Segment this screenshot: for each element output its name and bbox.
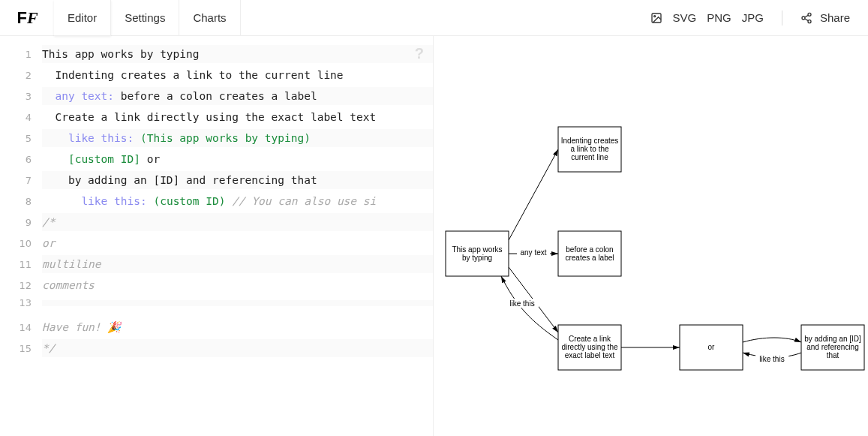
- line-number: 11: [0, 259, 42, 270]
- share-label: Share: [820, 11, 850, 24]
- line-number: 9: [0, 217, 42, 228]
- code-line[interactable]: 3 any text: before a colon creates a lab…: [0, 87, 433, 108]
- line-content[interactable]: /*: [42, 213, 433, 231]
- node-text: before a colon: [566, 245, 613, 254]
- tabs: EditorSettingsCharts: [54, 0, 241, 36]
- svg-line-6: [805, 15, 809, 17]
- line-number: 13: [0, 297, 42, 308]
- export-group: SVG PNG JPG: [650, 11, 764, 24]
- line-content[interactable]: comments: [42, 276, 433, 294]
- line-content[interactable]: like this: (custom ID) // You can also u…: [42, 192, 433, 210]
- divider: [782, 11, 782, 26]
- node-text: directly using the: [561, 343, 617, 351]
- image-icon: [650, 12, 662, 24]
- node-text: creates a label: [565, 254, 614, 262]
- svg-point-1: [653, 15, 655, 17]
- line-content[interactable]: */: [42, 339, 433, 357]
- node-text: Indenting creates: [561, 137, 619, 145]
- line-number: 7: [0, 175, 42, 186]
- node-text: and referencing: [806, 343, 859, 351]
- edge-label: any text: [520, 248, 546, 257]
- export-svg[interactable]: SVG: [673, 11, 697, 24]
- edge[interactable]: [509, 149, 558, 240]
- code-line[interactable]: 15*/: [0, 339, 433, 360]
- edge-label: like this: [509, 299, 534, 308]
- code-line[interactable]: 7 by adding an [ID] and referencing that: [0, 171, 433, 192]
- line-content[interactable]: Have fun! 🎉: [42, 318, 433, 337]
- tab-settings[interactable]: Settings: [111, 0, 179, 36]
- code-line[interactable]: 13: [0, 297, 433, 318]
- code-line[interactable]: 14Have fun! 🎉: [0, 318, 433, 339]
- line-content[interactable]: or: [42, 234, 433, 252]
- code-line[interactable]: 4 Create a link directly using the exact…: [0, 108, 433, 129]
- code-line[interactable]: 9/*: [0, 213, 433, 234]
- line-content[interactable]: [42, 300, 433, 306]
- code-line[interactable]: 1This app works by typing: [0, 45, 433, 66]
- code-line[interactable]: 10or: [0, 234, 433, 255]
- share-button[interactable]: Share: [800, 11, 850, 24]
- line-content[interactable]: like this: (This app works by typing): [42, 129, 433, 147]
- line-content[interactable]: by adding an [ID] and referencing that: [42, 171, 433, 189]
- svg-point-3: [802, 17, 805, 20]
- line-number: 1: [0, 49, 42, 60]
- edge[interactable]: [743, 338, 801, 342]
- line-content[interactable]: This app works by typing: [42, 45, 433, 63]
- tab-charts[interactable]: Charts: [179, 0, 240, 36]
- line-content[interactable]: multiline: [42, 255, 433, 273]
- node-text: This app works: [452, 245, 502, 254]
- line-number: 3: [0, 91, 42, 102]
- line-number: 5: [0, 133, 42, 144]
- line-number: 8: [0, 196, 42, 207]
- line-number: 12: [0, 280, 42, 291]
- svg-point-4: [808, 20, 811, 23]
- line-number: 6: [0, 154, 42, 165]
- diagram-canvas[interactable]: any textlike thislike thisThis app works…: [434, 36, 868, 436]
- export-png[interactable]: PNG: [707, 11, 731, 24]
- header: FF EditorSettingsCharts SVG PNG JPG Shar…: [0, 0, 868, 36]
- line-content[interactable]: Create a link directly using the exact l…: [42, 108, 433, 126]
- node-text: exact label text: [565, 351, 615, 359]
- node-text: a link to the: [570, 145, 609, 153]
- edge-label: like this: [759, 355, 784, 363]
- header-actions: SVG PNG JPG Share: [650, 11, 868, 26]
- node-text: that: [827, 351, 839, 359]
- code-line[interactable]: 12comments: [0, 276, 433, 297]
- line-content[interactable]: any text: before a colon creates a label: [42, 87, 433, 105]
- line-content[interactable]: [custom ID] or: [42, 150, 433, 168]
- main: ? 1This app works by typing2 Indenting c…: [0, 36, 868, 436]
- editor-pane[interactable]: ? 1This app works by typing2 Indenting c…: [0, 36, 434, 436]
- svg-point-2: [808, 13, 811, 16]
- line-number: 10: [0, 238, 42, 249]
- line-number: 14: [0, 322, 42, 333]
- logo-f2: F: [27, 8, 38, 28]
- share-icon: [800, 12, 812, 24]
- line-content[interactable]: Indenting creates a link to the current …: [42, 66, 433, 84]
- line-number: 15: [0, 343, 42, 354]
- code-line[interactable]: 2 Indenting creates a link to the curren…: [0, 66, 433, 87]
- help-badge[interactable]: ?: [415, 45, 424, 62]
- node-text: Create a link: [569, 335, 611, 343]
- code-lines[interactable]: 1This app works by typing2 Indenting cre…: [0, 36, 433, 360]
- tab-editor[interactable]: Editor: [54, 0, 111, 36]
- node-text: current line: [571, 153, 608, 161]
- node-text: by typing: [462, 254, 492, 262]
- node-text: by adding an [ID]: [804, 335, 861, 343]
- diagram-pane[interactable]: any textlike thislike thisThis app works…: [434, 36, 868, 436]
- export-jpg[interactable]: JPG: [742, 11, 764, 24]
- node-text: or: [708, 343, 716, 351]
- code-line[interactable]: 8 like this: (custom ID) // You can also…: [0, 192, 433, 213]
- line-number: 2: [0, 70, 42, 81]
- code-line[interactable]: 11multiline: [0, 255, 433, 276]
- logo-f1: F: [17, 8, 26, 28]
- code-line[interactable]: 5 like this: (This app works by typing): [0, 129, 433, 150]
- code-line[interactable]: 6 [custom ID] or: [0, 150, 433, 171]
- line-number: 4: [0, 112, 42, 123]
- edge[interactable]: [501, 276, 558, 340]
- logo[interactable]: FF: [0, 8, 54, 28]
- svg-line-5: [805, 19, 809, 21]
